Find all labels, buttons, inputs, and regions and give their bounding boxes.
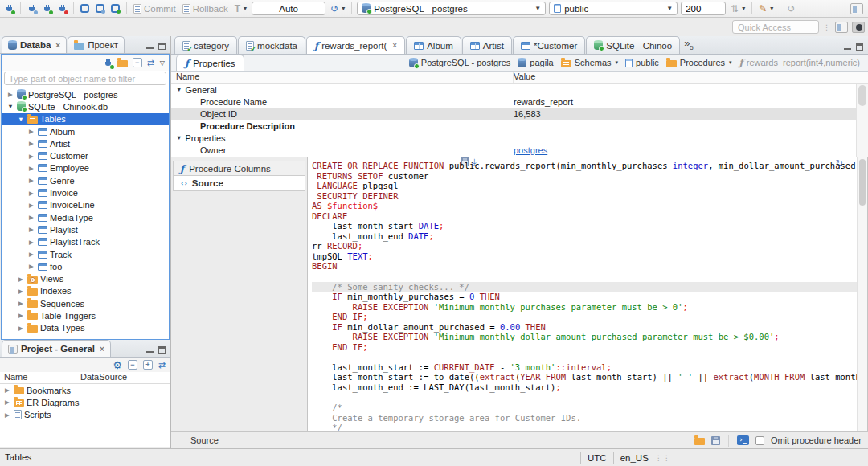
minimize-icon[interactable] [146, 347, 154, 353]
link-with-editor-icon[interactable]: ⇄ [158, 361, 166, 370]
tree-item-table-triggers[interactable]: ▶Table Triggers [2, 309, 169, 321]
open-perspective-icon[interactable] [835, 22, 848, 33]
tree-item-sequences[interactable]: ▶Sequences [2, 297, 169, 309]
timezone-label[interactable]: UTC [588, 453, 607, 463]
tree-item-postgresql-postgres[interactable]: ▶PostgreSQL - postgres [2, 88, 169, 100]
source-viewer[interactable]: ⤓ ↻ CREATE OR REPLACE FUNCTION public.re… [307, 157, 868, 431]
expand-arrow-icon[interactable]: ▶ [17, 276, 25, 283]
tree-item-foo[interactable]: ▶foo [2, 260, 169, 272]
expand-arrow-icon[interactable]: ▶ [27, 251, 35, 258]
tree-item-playlisttrack[interactable]: ▶PlaylistTrack [2, 236, 169, 248]
maximize-icon[interactable] [158, 346, 166, 354]
open-file-icon[interactable] [694, 438, 705, 445]
save-file-icon[interactable] [711, 436, 720, 445]
connect-button[interactable] [26, 2, 38, 16]
locale-label[interactable]: en_US [620, 453, 649, 463]
grid-row-object-id[interactable]: Object ID16,583 [171, 108, 868, 120]
column-name[interactable]: Name [171, 72, 514, 83]
collapse-arrow-icon[interactable]: ▼ [176, 86, 182, 93]
editor-tab-artist[interactable]: Artist [462, 36, 512, 54]
view-menu-icon[interactable]: ▽ [160, 59, 165, 67]
new-connection-icon[interactable] [104, 59, 113, 67]
show-ddl-console-icon[interactable]: ›_ [737, 435, 749, 445]
expand-arrow-icon[interactable]: ▶ [27, 263, 35, 270]
editor-tab-rewards-report[interactable]: ƒrewards_report(× [306, 36, 405, 54]
breadcrumb-item-public[interactable]: public [625, 58, 659, 67]
tree-item-invoice[interactable]: ▶Invoice [2, 186, 169, 198]
tree-item-sqlite-chinook-db[interactable]: ▼SQLite - Chinook.db [2, 100, 169, 112]
column-value[interactable]: Value [514, 72, 535, 83]
tab-properties[interactable]: ƒ Properties [176, 55, 244, 71]
undo-button[interactable]: ↺ [785, 2, 796, 16]
transaction-mode-button[interactable]: T▾ [233, 2, 248, 16]
auto-commit-select[interactable]: Auto [252, 2, 326, 15]
tree-item-track[interactable]: ▶Track [2, 248, 169, 260]
tab-project-general[interactable]: Project - General × [2, 340, 111, 357]
tree-item-playlist[interactable]: ▶Playlist [2, 223, 169, 235]
compare-button[interactable]: ⇅▾ [729, 2, 747, 16]
breadcrumb-item-procedures[interactable]: Procedures▾ [666, 58, 732, 67]
expand-arrow-icon[interactable]: ▶ [27, 128, 35, 135]
expand-arrow-icon[interactable]: ▶ [27, 153, 35, 160]
expand-arrow-icon[interactable]: ▶ [27, 226, 35, 233]
commit-button[interactable]: Commit [132, 2, 178, 16]
maximize-icon[interactable] [856, 43, 863, 51]
breadcrumb-item-pagila[interactable]: pagila [518, 58, 553, 67]
object-filter-input[interactable] [4, 72, 166, 85]
side-tab-source[interactable]: ‹›Source [173, 176, 305, 191]
column-datasource[interactable]: DataSource [80, 372, 127, 383]
expand-arrow-icon[interactable]: ▶ [27, 165, 35, 172]
tree-item-invoiceline[interactable]: ▶InvoiceLine [2, 199, 169, 211]
breadcrumb-item-postgresql-postgres[interactable]: PostgreSQL - postgres [409, 58, 510, 67]
project-item-bookmarks[interactable]: ▶Bookmarks [0, 384, 170, 396]
side-tab-procedure-columns[interactable]: ƒProcedure Columns [173, 161, 305, 176]
dbeaver-perspective-icon[interactable] [852, 22, 865, 33]
new-folder-icon[interactable] [117, 60, 128, 67]
expand-arrow-icon[interactable]: ▶ [27, 214, 35, 221]
gear-icon[interactable]: ⚙ [113, 360, 122, 370]
project-item-er-diagrams[interactable]: ▶ER Diagrams [0, 396, 170, 408]
tree-item-artist[interactable]: ▶Artist [2, 137, 169, 149]
tree-item-mediatype[interactable]: ▶MediaType [2, 211, 169, 223]
grid-row-procedure-description[interactable]: Procedure Description [171, 120, 868, 132]
source-code[interactable]: CREATE OR REPLACE FUNCTION public.reward… [312, 161, 854, 431]
editor-tab-category[interactable]: category [174, 36, 237, 54]
expand-arrow-icon[interactable]: ▶ [27, 202, 35, 209]
expand-arrow-icon[interactable]: ▶ [3, 399, 11, 406]
transaction-log-button[interactable]: ↺▾ [329, 2, 346, 16]
minimize-icon[interactable] [146, 43, 154, 49]
expand-all-icon[interactable]: + [143, 360, 153, 370]
collapse-all-icon[interactable]: − [133, 58, 142, 67]
source-scrollbar[interactable] [857, 157, 867, 431]
rollback-button[interactable]: Rollback [181, 2, 230, 16]
editor-tab-customer[interactable]: *Customer [513, 36, 585, 54]
expand-arrow-icon[interactable]: ▶ [3, 386, 11, 394]
fetch-size-input[interactable] [681, 2, 726, 15]
expand-arrow-icon[interactable]: ▶ [3, 411, 11, 419]
collapse-arrow-icon[interactable]: ▼ [6, 103, 14, 110]
tree-item-indexes[interactable]: ▶Indexes [2, 285, 169, 297]
new-connection-button[interactable] [3, 2, 15, 16]
project-item-scripts[interactable]: ▶Scripts [0, 409, 170, 421]
collapse-arrow-icon[interactable]: ▼ [176, 134, 182, 141]
tab-database-navigator[interactable]: Databa × [2, 36, 67, 53]
expand-arrow-icon[interactable]: ▶ [17, 312, 25, 319]
grid-scrollbar[interactable] [856, 84, 868, 157]
new-sql-editor-button[interactable] [109, 2, 121, 16]
generate-mockdata-button[interactable]: ✎▾ [757, 2, 775, 16]
collapse-all-icon[interactable]: − [128, 360, 137, 370]
maximize-icon[interactable] [158, 43, 166, 50]
close-icon[interactable]: × [55, 41, 60, 50]
expand-arrow-icon[interactable]: ▶ [17, 300, 25, 307]
tree-item-employee[interactable]: ▶Employee [2, 162, 169, 174]
open-sql-script-button[interactable] [94, 2, 106, 16]
active-connection-select[interactable]: PostgreSQL - postgres▼ [357, 2, 546, 15]
grid-group-general[interactable]: ▼General [171, 84, 868, 96]
grid-row-procedure-name[interactable]: Procedure Namerewards_report [171, 96, 868, 108]
collapse-arrow-icon[interactable]: ▼ [17, 116, 25, 123]
editor-tab-sqlite-chinoo[interactable]: SQLite - Chinoo [586, 36, 680, 54]
disconnect-button[interactable] [56, 2, 68, 16]
expand-arrow-icon[interactable]: ▶ [27, 190, 35, 197]
tree-item-tables[interactable]: ▼Tables [2, 113, 169, 125]
breadcrumb-item-schemas[interactable]: Schemas▾ [561, 58, 618, 67]
